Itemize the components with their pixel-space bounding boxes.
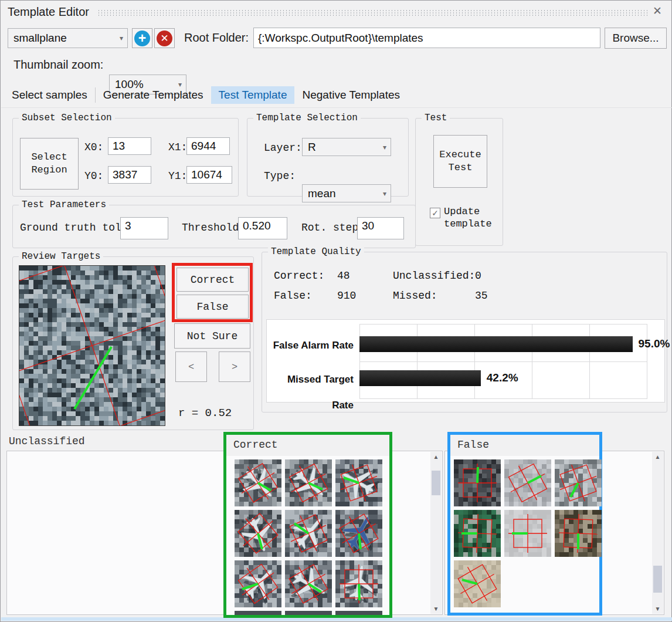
false-thumb[interactable] — [454, 560, 501, 607]
false-thumb[interactable] — [504, 510, 551, 557]
missed-target-rate-bar — [359, 370, 481, 386]
ground-truth-tol-value: 3 — [125, 219, 131, 232]
rot-step-value: 30 — [362, 219, 374, 232]
stat-missed-value: 35 — [475, 290, 488, 302]
tab-negative-templates[interactable]: Negative Templates — [294, 86, 408, 104]
false-scrollbar[interactable]: ▲ ▼ — [652, 452, 663, 614]
correct-thumb[interactable] — [335, 459, 382, 506]
browse-button[interactable]: Browse... — [605, 28, 667, 49]
close-icon[interactable]: ✕ — [653, 4, 662, 18]
not-sure-label: Not Sure — [187, 330, 237, 342]
correct-thumb[interactable] — [285, 560, 332, 607]
false-panel-list — [450, 456, 599, 613]
tab-test-template[interactable]: Test Template — [211, 86, 295, 104]
x1-value: 6944 — [191, 140, 216, 153]
tab-page-divider — [1, 107, 672, 108]
threshold-label: Threshold: — [182, 222, 245, 234]
scrollbar-thumb[interactable] — [432, 471, 440, 495]
update-template-label: Update template — [444, 205, 492, 230]
prev-target-button[interactable]: < — [175, 351, 207, 382]
root-folder-label: Root Folder: — [184, 31, 249, 45]
delete-icon: ✕ — [157, 31, 172, 46]
missed-target-rate-value: 42.2% — [487, 371, 518, 384]
update-template-checkbox[interactable]: ✓ — [430, 208, 440, 218]
correlation-value: r = 0.52 — [178, 407, 232, 420]
chart-category-label-2: Missed Target Rate — [267, 367, 354, 418]
thumb-partial[interactable] — [235, 611, 281, 615]
correct-thumb[interactable] — [285, 459, 332, 506]
select-region-button[interactable]: Select Region — [20, 138, 79, 190]
template-name-combo[interactable]: smallplane ▾ — [8, 28, 128, 48]
template-quality-group: Template Quality Correct: 48 Unclassifie… — [262, 252, 667, 413]
check-icon: ✓ — [432, 208, 439, 218]
layer-combo[interactable]: R ▾ — [302, 138, 391, 156]
correct-thumb[interactable] — [235, 560, 281, 607]
test-parameters-group: Test Parameters Ground truth tol.: 3 Thr… — [12, 205, 416, 248]
ground-truth-tol-input[interactable]: 3 — [120, 217, 168, 239]
unclassified-list-label: Unclassified — [9, 435, 85, 447]
window-title: Template Editor — [8, 5, 89, 19]
scrollbar-thumb[interactable] — [653, 566, 662, 593]
template-quality-title: Template Quality — [268, 246, 364, 257]
y0-label: Y0: — [84, 170, 103, 182]
execute-test-button[interactable]: Execute Test — [433, 135, 487, 188]
type-combo[interactable]: mean ▾ — [302, 184, 391, 202]
correct-thumb[interactable] — [235, 510, 281, 557]
root-folder-input[interactable]: {:Workspc.OutputRoot}\templates — [253, 28, 600, 48]
correct-panel-label: Correct — [233, 439, 278, 451]
next-target-button[interactable]: > — [219, 351, 250, 382]
plus-icon: + — [134, 31, 150, 46]
scroll-up-icon[interactable]: ▲ — [652, 452, 663, 462]
delete-template-button[interactable]: ✕ — [154, 28, 175, 48]
subset-selection-group: Subset Selection Select Region X0: 13 X1… — [12, 118, 239, 197]
stat-unclassified-value: 0 — [475, 270, 481, 282]
browse-label: Browse... — [612, 32, 659, 45]
unclassified-scrollbar[interactable]: ▲ ▼ — [430, 452, 442, 614]
chevron-down-icon: ▾ — [383, 143, 386, 151]
false-thumb[interactable] — [555, 459, 602, 506]
review-targets-title: Review Targets — [19, 251, 103, 262]
template-name-value: smallplane — [13, 32, 67, 45]
tab-generate-templates[interactable]: Generate Templates — [96, 86, 211, 104]
add-template-button[interactable]: + — [132, 28, 152, 48]
false-thumb[interactable] — [504, 459, 551, 506]
stat-false-label: False: — [274, 290, 312, 302]
chart-category-label-1: False Alarm Rate — [267, 333, 354, 359]
chevron-right-icon: > — [232, 361, 237, 373]
thumb-partial[interactable] — [335, 611, 382, 615]
chevron-down-icon: ▾ — [383, 190, 386, 198]
test-group: Test Execute Test ✓ Update template — [415, 118, 503, 246]
tab-select-samples[interactable]: Select samples — [4, 86, 95, 104]
false-thumb[interactable] — [555, 510, 602, 557]
threshold-input[interactable]: 0.520 — [238, 217, 287, 239]
false-thumb[interactable] — [454, 459, 501, 506]
scroll-down-icon[interactable]: ▼ — [652, 604, 663, 614]
y1-value: 10674 — [191, 168, 222, 181]
false-alarm-rate-value: 95.0% — [639, 337, 670, 350]
template-selection-title: Template Selection — [253, 113, 361, 123]
rot-step-input[interactable]: 30 — [357, 217, 404, 239]
correct-thumb[interactable] — [335, 510, 382, 557]
y0-input[interactable]: 3837 — [108, 166, 151, 184]
scroll-up-icon[interactable]: ▲ — [430, 452, 442, 462]
false-thumb[interactable] — [454, 510, 501, 557]
correct-thumb[interactable] — [285, 510, 332, 557]
scroll-down-icon[interactable]: ▼ — [430, 604, 442, 614]
correct-thumb[interactable] — [335, 560, 382, 607]
stat-missed-label: Missed: — [393, 290, 437, 302]
x0-input[interactable]: 13 — [108, 137, 151, 155]
not-sure-button[interactable]: Not Sure — [174, 323, 250, 349]
correct-thumb[interactable] — [235, 459, 281, 506]
threshold-value: 0.520 — [243, 219, 271, 232]
x1-label: X1: — [168, 141, 187, 153]
x0-value: 13 — [113, 140, 125, 153]
thumb-partial[interactable] — [285, 611, 332, 615]
root-folder-value: {:Workspc.OutputRoot}\templates — [258, 32, 423, 45]
subset-selection-title: Subset Selection — [19, 113, 115, 123]
y1-input[interactable]: 10674 — [186, 166, 232, 184]
false-alarm-rate-bar — [359, 336, 633, 352]
stat-false-value: 910 — [337, 290, 356, 302]
type-value: mean — [308, 187, 336, 200]
x1-input[interactable]: 6944 — [186, 137, 230, 155]
ground-truth-tol-label: Ground truth tol.: — [20, 222, 134, 234]
